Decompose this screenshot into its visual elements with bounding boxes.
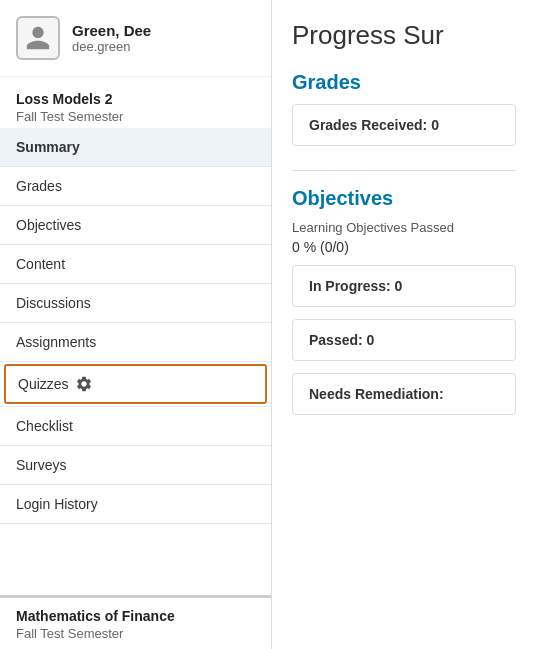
user-header: Green, Dee dee.green <box>0 0 271 77</box>
needs-remediation-label: Needs Remediation: <box>309 386 444 402</box>
needs-remediation-card: Needs Remediation: <box>292 373 516 415</box>
passed-label: Passed: 0 <box>309 332 374 348</box>
objectives-subtitle: Learning Objectives Passed <box>292 220 516 235</box>
avatar <box>16 16 60 60</box>
grades-section: Grades Grades Received: 0 <box>292 71 516 146</box>
in-progress-label: In Progress: 0 <box>309 278 402 294</box>
objectives-section: Objectives Learning Objectives Passed 0 … <box>292 187 516 415</box>
course-semester-2: Fall Test Semester <box>16 626 255 641</box>
section-divider-1 <box>292 170 516 171</box>
sidebar-item-quizzes[interactable]: Quizzes <box>0 364 271 407</box>
sidebar-item-checklist[interactable]: Checklist <box>0 407 271 446</box>
sidebar: Green, Dee dee.green Loss Models 2 Fall … <box>0 0 272 649</box>
course-title-2: Mathematics of Finance <box>16 608 255 624</box>
passed-card: Passed: 0 <box>292 319 516 361</box>
course-title-1: Loss Models 2 <box>16 91 255 107</box>
course-section-2: Mathematics of Finance Fall Test Semeste… <box>0 595 271 649</box>
sidebar-item-assignments[interactable]: Assignments <box>0 323 271 362</box>
user-login: dee.green <box>72 39 151 54</box>
sidebar-item-login-history[interactable]: Login History <box>0 485 271 524</box>
nav-list: Summary Grades Objectives Content Discus… <box>0 128 271 591</box>
sidebar-item-objectives[interactable]: Objectives <box>0 206 271 245</box>
quiz-settings-icon <box>75 375 93 393</box>
grades-heading: Grades <box>292 71 516 94</box>
sidebar-item-content[interactable]: Content <box>0 245 271 284</box>
grades-card: Grades Received: 0 <box>292 104 516 146</box>
sidebar-item-grades[interactable]: Grades <box>0 167 271 206</box>
course-section-1: Loss Models 2 Fall Test Semester <box>0 77 271 128</box>
sidebar-item-summary[interactable]: Summary <box>0 128 271 167</box>
main-content: Progress Sur Grades Grades Received: 0 O… <box>272 0 536 649</box>
objectives-heading: Objectives <box>292 187 516 210</box>
in-progress-card: In Progress: 0 <box>292 265 516 307</box>
user-info: Green, Dee dee.green <box>72 22 151 54</box>
grades-received-label: Grades Received: 0 <box>309 117 439 133</box>
course-semester-1: Fall Test Semester <box>16 109 255 124</box>
user-name: Green, Dee <box>72 22 151 39</box>
objectives-percent: 0 % (0/0) <box>292 239 516 255</box>
sidebar-item-surveys[interactable]: Surveys <box>0 446 271 485</box>
page-title: Progress Sur <box>292 20 516 51</box>
sidebar-item-discussions[interactable]: Discussions <box>0 284 271 323</box>
